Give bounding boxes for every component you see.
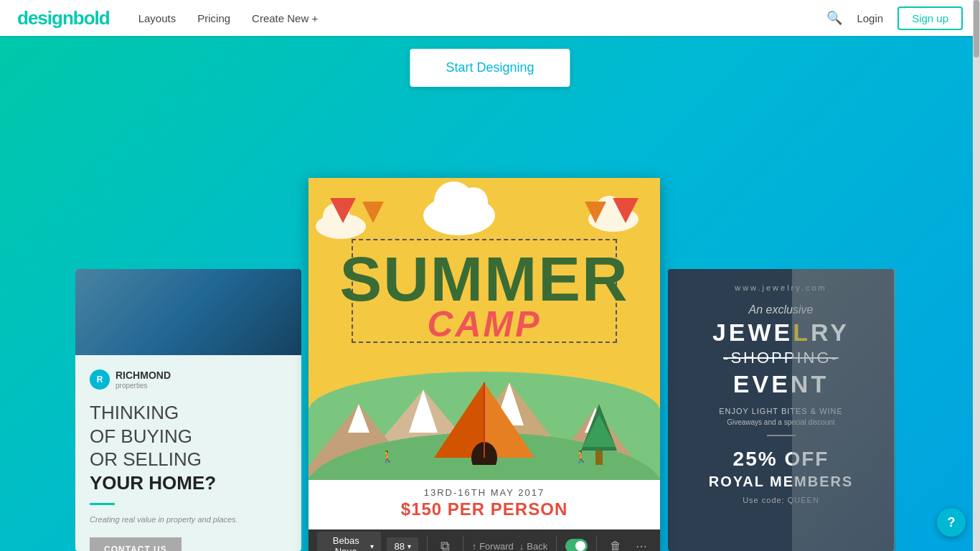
scrollbar[interactable] [973, 0, 980, 551]
more-options-button[interactable]: ⋯ [631, 537, 651, 552]
toolbar-separator-4 [596, 536, 597, 551]
cloud-main [423, 196, 495, 235]
editor-card: SUMMER CAMP [308, 178, 660, 551]
help-button[interactable]: ? [937, 508, 966, 537]
scrollbar-thumb[interactable] [974, 0, 979, 57]
login-button[interactable]: Login [857, 12, 883, 24]
forward-button[interactable]: ↑ Forward [472, 541, 514, 552]
font-selector[interactable]: Bebas Neue [317, 532, 381, 551]
up-arrow-icon: ↑ [472, 541, 477, 552]
date-text: 13RD-16TH MAY 2017 [320, 487, 649, 498]
nav: Layouts Pricing Create New + [138, 12, 827, 24]
left-card-headline: THINKING OF BUYING OR SELLING YOUR HOME? [90, 401, 287, 494]
toolbar-separator-1 [427, 536, 428, 551]
richmond-logo: R RICHMOND properties [90, 369, 287, 390]
left-card-image-inner [75, 269, 301, 355]
toolbar-separator-2 [463, 536, 463, 551]
copy-button[interactable]: ⧉ [436, 536, 454, 552]
contact-us-button[interactable]: CONTACT US [90, 537, 182, 552]
editor-toolbar: Bebas Neue 88 ⧉ ↑ Forward ↓ Back 🗑 ⋯ [308, 529, 660, 551]
start-designing-button[interactable]: Start Designing [410, 49, 570, 87]
nav-layouts[interactable]: Layouts [138, 12, 176, 24]
toolbar-separator-3 [556, 536, 557, 551]
nav-create-new[interactable]: Create New + [252, 12, 318, 24]
left-card-body: R RICHMOND properties THINKING OF BUYING… [75, 355, 301, 551]
camp-text: CAMP [427, 303, 541, 345]
jewelry-divider [767, 435, 796, 436]
richmond-icon: R [90, 369, 110, 390]
svg-marker-15 [583, 415, 616, 447]
header: designbold Layouts Pricing Create New + … [0, 0, 980, 36]
left-card-divider [90, 503, 115, 505]
left-card: R RICHMOND properties THINKING OF BUYING… [75, 269, 301, 551]
tent-svg [434, 379, 534, 465]
richmond-text: RICHMOND [116, 369, 171, 382]
richmond-company-name: RICHMOND properties [116, 369, 171, 390]
svg-rect-13 [595, 451, 603, 465]
hiker-right: 🚶 [574, 450, 588, 463]
start-designing-wrap: Start Designing [410, 49, 570, 87]
back-button[interactable]: ↓ Back [519, 541, 547, 552]
visibility-toggle[interactable] [565, 539, 588, 551]
left-card-desc: Creating real value in property and plac… [90, 514, 287, 526]
search-button[interactable]: 🔍 [826, 10, 842, 26]
editor-canvas[interactable]: SUMMER CAMP [308, 178, 660, 529]
size-selector[interactable]: 88 [387, 537, 418, 552]
header-actions: 🔍 Login Sign up [826, 6, 963, 30]
signup-button[interactable]: Sign up [897, 6, 963, 30]
hiker-left: 🚶 [380, 450, 395, 463]
left-card-image [75, 269, 301, 355]
down-arrow-icon: ↓ [519, 541, 524, 552]
delete-button[interactable]: 🗑 [606, 537, 626, 551]
richmond-sub: properties [116, 382, 171, 390]
woman-overlay [792, 269, 896, 551]
logo[interactable]: designbold [17, 7, 110, 29]
price-text: $150 PER PERSON [320, 499, 649, 519]
nav-pricing[interactable]: Pricing [197, 12, 230, 24]
date-section: 13RD-16TH MAY 2017 $150 PER PERSON [308, 480, 660, 529]
